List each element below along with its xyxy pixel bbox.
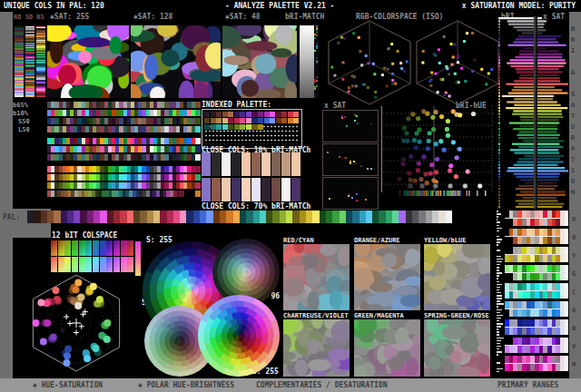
- pal-swatch[interactable]: [266, 211, 272, 223]
- indexed-cell: [276, 112, 281, 117]
- pal-swatch[interactable]: [392, 211, 399, 223]
- pal-swatch[interactable]: [113, 211, 120, 223]
- huesat-svg: [16, 272, 134, 374]
- pal-swatch[interactable]: [446, 211, 452, 223]
- hist-bar: [497, 334, 499, 336]
- range-divider: [505, 299, 568, 299]
- indexed-cell: [222, 124, 228, 130]
- pal-swatch[interactable]: [359, 211, 366, 223]
- pal-swatch[interactable]: [27, 211, 34, 223]
- pal-swatch[interactable]: [160, 211, 166, 223]
- colspace-tile: [58, 240, 64, 256]
- pal-swatch[interactable]: [272, 211, 279, 223]
- pal-swatch[interactable]: [200, 211, 206, 223]
- pal-swatch[interactable]: [379, 211, 385, 223]
- primary-ranges-rows: [505, 211, 568, 376]
- xsat-dot: [370, 123, 372, 125]
- indexed-cell: [234, 118, 240, 123]
- pal-swatch[interactable]: [326, 211, 332, 223]
- pal-swatch[interactable]: [260, 211, 266, 223]
- pal-swatch[interactable]: [100, 211, 106, 223]
- pal-swatch[interactable]: [399, 211, 405, 223]
- hist-bar: [497, 315, 503, 317]
- indexed-cell: [264, 112, 270, 117]
- pal-swatch[interactable]: [312, 211, 319, 223]
- pal-swatch[interactable]: [300, 211, 306, 223]
- pal-swatch[interactable]: [41, 211, 47, 223]
- pal-swatch[interactable]: [280, 211, 286, 223]
- pal-swatch[interactable]: [352, 211, 359, 223]
- pal-swatch[interactable]: [412, 211, 419, 223]
- sat128-label: ✱SAT: 128: [133, 13, 172, 21]
- pal-swatch[interactable]: [206, 211, 212, 223]
- colspace12-tiles: [51, 240, 134, 272]
- hist-bar: [497, 343, 500, 345]
- pal-swatch[interactable]: [240, 211, 246, 223]
- pal-swatch[interactable]: [306, 211, 312, 223]
- xsat-dot: [356, 193, 358, 195]
- pal-swatch[interactable]: [47, 211, 54, 223]
- hist-bar: [497, 351, 502, 353]
- pal-swatch[interactable]: [186, 211, 192, 223]
- pal-swatch[interactable]: [87, 211, 94, 223]
- pal-swatch[interactable]: [193, 211, 200, 223]
- pal-swatch[interactable]: [167, 211, 173, 223]
- pal-swatch[interactable]: [67, 211, 74, 223]
- indexed-cell: [258, 124, 263, 130]
- colspace-tile: [93, 257, 99, 272]
- pal-swatch[interactable]: [120, 211, 126, 223]
- pal-swatch[interactable]: [426, 211, 432, 223]
- close-col-swatch: [212, 152, 221, 176]
- indexed-cell: [288, 118, 293, 123]
- hist-bar: [497, 211, 498, 212]
- pal-swatch[interactable]: [213, 211, 220, 223]
- pal-swatch[interactable]: [432, 211, 438, 223]
- pal-swatch[interactable]: [340, 211, 346, 223]
- pal-swatch[interactable]: [320, 211, 326, 223]
- strip-row: [47, 154, 199, 161]
- pal-swatch[interactable]: [153, 211, 160, 223]
- pal-swatch[interactable]: [127, 211, 133, 223]
- range-cell: [565, 328, 569, 335]
- pal-swatch[interactable]: [292, 211, 299, 223]
- comp-box-0: [283, 244, 350, 310]
- pal-swatch[interactable]: [233, 211, 240, 223]
- strip-row-label: b65%: [13, 102, 49, 109]
- pal-swatch[interactable]: [61, 211, 67, 223]
- pal-swatch[interactable]: [372, 211, 379, 223]
- hist-bar: [497, 244, 498, 246]
- indexed-cell: [293, 118, 299, 123]
- pal-swatch[interactable]: [107, 211, 113, 223]
- pal-swatch[interactable]: [180, 211, 186, 223]
- hist-bar: [497, 284, 502, 286]
- pal-swatch[interactable]: [140, 211, 146, 223]
- pal-swatch[interactable]: [80, 211, 86, 223]
- hist-bar: [497, 309, 502, 311]
- indexed-cell: [258, 118, 263, 123]
- pal-swatch[interactable]: [220, 211, 226, 223]
- pal-swatch[interactable]: [286, 211, 292, 223]
- indexed-cell: [264, 118, 270, 123]
- indexed-cell: [246, 118, 251, 123]
- hist-bar: [497, 300, 500, 302]
- strip-end-swatch: [195, 191, 201, 197]
- pal-swatch[interactable]: [419, 211, 425, 223]
- hist-bar: [497, 346, 501, 348]
- pal-swatch[interactable]: [94, 211, 100, 223]
- pal-swatch[interactable]: [253, 211, 260, 223]
- pal-swatch[interactable]: [133, 211, 140, 223]
- pal-swatch[interactable]: [386, 211, 392, 223]
- pal-swatch[interactable]: [34, 211, 40, 223]
- pal-swatch[interactable]: [246, 211, 252, 223]
- pal-swatch[interactable]: [406, 211, 412, 223]
- pal-swatch[interactable]: [366, 211, 372, 223]
- pal-swatch[interactable]: [74, 211, 80, 223]
- pal-swatch[interactable]: [332, 211, 339, 223]
- pal-swatch[interactable]: [226, 211, 232, 223]
- pal-swatch[interactable]: [173, 211, 180, 223]
- pal-swatch[interactable]: [147, 211, 153, 223]
- pal-swatch[interactable]: [438, 211, 445, 223]
- pal-swatch[interactable]: [54, 211, 60, 223]
- pal-swatch[interactable]: [346, 211, 352, 223]
- strip-end-swatch: [195, 174, 201, 181]
